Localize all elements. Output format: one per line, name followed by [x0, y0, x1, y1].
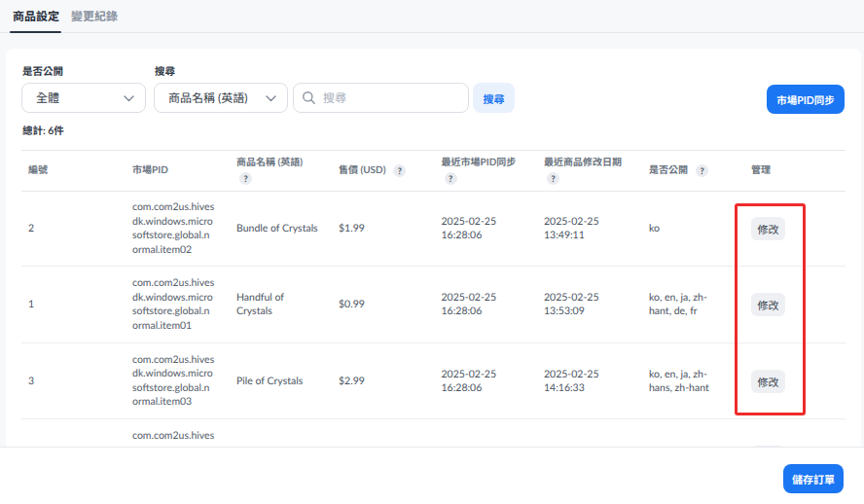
tab-product-settings[interactable]: 商品設定 — [13, 0, 59, 32]
tab-change-history-label: 變更紀錄 — [71, 8, 118, 24]
cell-sync: 2025-02-25 16:28:06 — [437, 343, 540, 418]
cell-name: Bundle of Crystals — [232, 192, 334, 266]
cell-manage: 修改 — [746, 192, 846, 266]
column-header: 市場PID — [127, 151, 232, 191]
cell-visibility-text: ko, en, ja, zh-hans, zh-hant — [649, 368, 725, 395]
help-icon: ? — [696, 164, 708, 177]
cell-price: $0.99 — [334, 267, 437, 342]
edit-button[interactable]: 修改 — [751, 370, 785, 393]
search-field-select[interactable]: 商品名稱 (英語) — [154, 83, 288, 113]
column-header: 商品名稱 (英語)? — [232, 151, 334, 191]
column-header: 編號 — [21, 151, 127, 191]
cell-manage: 修改 — [746, 267, 846, 342]
search-icon — [302, 90, 316, 105]
cell-modified-text: 2025-02-25 13:49:11 — [544, 215, 640, 242]
cell-pid-text: com.com2us.hivesdk.windows.microsoftstor… — [132, 200, 215, 257]
column-header-label: 是否公開 — [649, 165, 688, 176]
column-header-label: 市場PID — [132, 165, 168, 176]
cell-pid-text: com.com2us.hives — [132, 429, 215, 444]
help-icon: ? — [547, 172, 559, 185]
cell-price: $1.99 — [334, 192, 437, 266]
cell-visibility: ko, en, ja, zh-hant, de, fr — [644, 267, 746, 342]
visibility-filter-label: 是否公開 — [22, 66, 63, 78]
cell-name: Handful of Crystals — [232, 267, 334, 342]
column-header-label: 最近商品修改日期 — [544, 158, 622, 168]
search-button[interactable]: 搜尋 — [473, 83, 515, 113]
cell-name-text: Pile of Crystals — [236, 375, 320, 388]
cell-name: Pile of Crystals — [232, 343, 334, 418]
column-header-label: 售價 (USD) — [339, 165, 385, 176]
tab-change-history[interactable]: 變更紀錄 — [71, 0, 118, 32]
cell-name-text: Bundle of Crystals — [236, 222, 320, 235]
cell-pid: com.com2us.hivesdk.windows.microsoftstor… — [127, 192, 232, 266]
edit-button[interactable]: 修改 — [751, 217, 785, 240]
cell-visibility: ko — [644, 192, 746, 266]
chevron-down-icon — [124, 95, 134, 102]
cell-pid: com.com2us.hivesdk.windows.microsoftstor… — [127, 343, 232, 418]
cell-visibility-text: ko, en, ja, zh-hant, de, fr — [649, 291, 725, 318]
cell-pid-text: com.com2us.hivesdk.windows.microsoftstor… — [132, 276, 215, 333]
column-header: 管理 — [746, 151, 846, 191]
cell-price-text: $2.99 — [339, 376, 365, 387]
total-count: 總計: 6件 — [22, 126, 64, 137]
cell-price-text: $1.99 — [339, 223, 365, 234]
cell-sync: 2025-02-25 16:28:06 — [437, 267, 540, 342]
table-row: 3com.com2us.hivesdk.windows.microsoftsto… — [21, 343, 846, 419]
cell-modified: 2025-02-25 13:53:09 — [539, 267, 644, 342]
visibility-select[interactable]: 全體 — [21, 83, 146, 113]
search-input-box — [293, 83, 469, 113]
column-header-label: 商品名稱 (英語) — [236, 158, 303, 168]
table-row: 1com.com2us.hivesdk.windows.microsoftsto… — [21, 267, 846, 343]
search-filter-label: 搜尋 — [155, 66, 175, 78]
help-icon: ? — [239, 172, 252, 185]
cell-price: $2.99 — [334, 343, 437, 418]
cell-sync-text: 2025-02-25 16:28:06 — [442, 291, 536, 318]
column-header: 最近市場PID同步? — [437, 151, 540, 191]
cell-price-text: $0.99 — [339, 299, 365, 310]
search-field-select-value: 商品名稱 (英語) — [168, 90, 247, 106]
tab-product-settings-label: 商品設定 — [13, 8, 59, 24]
help-icon: ? — [393, 164, 406, 177]
visibility-select-value: 全體 — [36, 90, 59, 106]
cell-modified-text: 2025-02-25 14:16:33 — [544, 368, 640, 395]
cell-pid: com.com2us.hivesdk.windows.microsoftstor… — [127, 267, 232, 342]
market-pid-sync-button[interactable]: 市場PID同步 — [767, 85, 845, 114]
cell-no: 2 — [21, 192, 127, 266]
search-input[interactable] — [323, 90, 450, 105]
cell-no-text: 1 — [28, 299, 34, 310]
footer-bar: 儲存訂單 — [0, 447, 864, 504]
column-header: 最近商品修改日期? — [539, 151, 644, 191]
cell-visibility: ko, en, ja, zh-hans, zh-hant — [644, 343, 746, 418]
cell-visibility-text: ko — [649, 222, 725, 235]
cell-no: 1 — [21, 267, 127, 342]
cell-modified-text: 2025-02-25 13:53:09 — [544, 291, 640, 318]
edit-button[interactable]: 修改 — [751, 293, 785, 316]
table-header-row: 編號市場PID商品名稱 (英語)?售價 (USD)?最近市場PID同步?最近商品… — [21, 151, 846, 192]
cell-pid-text: com.com2us.hivesdk.windows.microsoftstor… — [132, 353, 215, 410]
tab-bar: 商品設定 變更紀錄 — [0, 0, 864, 33]
save-order-button[interactable]: 儲存訂單 — [783, 464, 844, 493]
table-row: 2com.com2us.hivesdk.windows.microsoftsto… — [21, 192, 846, 267]
cell-no-text: 2 — [28, 223, 34, 234]
cell-manage: 修改 — [746, 343, 846, 418]
cell-name-text: Handful of Crystals — [236, 291, 320, 318]
product-settings-panel: 是否公開 全體 搜尋 商品名稱 (英語) 搜尋 市場PID同步 總計: 6件 編… — [6, 49, 861, 504]
chevron-down-icon — [266, 95, 276, 102]
help-icon: ? — [445, 172, 457, 185]
column-header: 是否公開? — [644, 151, 746, 191]
cell-sync-text: 2025-02-25 16:28:06 — [442, 368, 536, 395]
column-header-label: 管理 — [751, 165, 771, 176]
column-header-label: 最近市場PID同步 — [442, 158, 517, 168]
column-header-label: 編號 — [28, 165, 48, 176]
cell-no: 3 — [21, 343, 127, 418]
cell-sync: 2025-02-25 16:28:06 — [437, 192, 540, 266]
cell-no-text: 3 — [28, 376, 34, 387]
cell-modified: 2025-02-25 14:16:33 — [539, 343, 644, 418]
products-table: 編號市場PID商品名稱 (英語)?售價 (USD)?最近市場PID同步?最近商品… — [21, 150, 846, 496]
cell-modified: 2025-02-25 13:49:11 — [539, 192, 644, 266]
cell-sync-text: 2025-02-25 16:28:06 — [442, 215, 536, 242]
column-header: 售價 (USD)? — [334, 151, 437, 191]
page: 商品設定 變更紀錄 是否公開 全體 搜尋 商品名稱 (英語) 搜尋 市場PID同… — [0, 0, 864, 504]
